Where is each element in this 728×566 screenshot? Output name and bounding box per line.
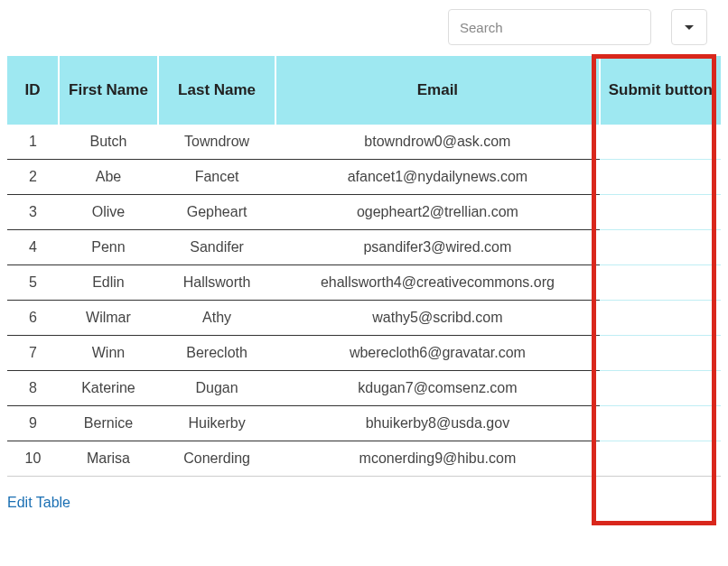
cell-submit [600, 265, 721, 301]
cell-id: 2 [7, 160, 59, 195]
caret-down-icon [685, 25, 694, 30]
table-row: 8KaterineDugankdugan7@comsenz.com [7, 371, 721, 406]
cell-id: 4 [7, 230, 59, 265]
cell-first-name: Katerine [59, 371, 158, 406]
header-submit-button[interactable]: Submit button [600, 56, 721, 125]
cell-submit [600, 406, 721, 441]
header-email[interactable]: Email [275, 56, 599, 125]
dropdown-button[interactable] [671, 9, 707, 45]
cell-submit [600, 230, 721, 265]
table-row: 2AbeFancetafancet1@nydailynews.com [7, 160, 721, 195]
cell-id: 9 [7, 406, 59, 441]
cell-email: afancet1@nydailynews.com [275, 160, 599, 195]
cell-id: 10 [7, 441, 59, 477]
cell-last-name: Huikerby [158, 406, 275, 441]
cell-last-name: Towndrow [158, 125, 275, 160]
cell-email: btowndrow0@ask.com [275, 125, 599, 160]
cell-id: 6 [7, 301, 59, 336]
cell-last-name: Sandifer [158, 230, 275, 265]
cell-submit [600, 336, 721, 371]
header-id[interactable]: ID [7, 56, 59, 125]
table-row: 1ButchTowndrowbtowndrow0@ask.com [7, 125, 721, 160]
cell-last-name: Berecloth [158, 336, 275, 371]
cell-last-name: Conerding [158, 441, 275, 477]
cell-email: wberecloth6@gravatar.com [275, 336, 599, 371]
table-row: 9BerniceHuikerbybhuikerby8@usda.gov [7, 406, 721, 441]
cell-id: 1 [7, 125, 59, 160]
table-row: 6WilmarAthywathy5@scribd.com [7, 301, 721, 336]
cell-first-name: Bernice [59, 406, 158, 441]
search-input[interactable] [448, 9, 651, 45]
table-row: 10MarisaConerdingmconerding9@hibu.com [7, 441, 721, 477]
header-first-name[interactable]: First Name [59, 56, 158, 125]
cell-first-name: Abe [59, 160, 158, 195]
cell-first-name: Butch [59, 125, 158, 160]
top-controls [7, 9, 721, 45]
cell-id: 3 [7, 195, 59, 230]
edit-table-link[interactable]: Edit Table [7, 495, 70, 511]
table-row: 7WinnBereclothwberecloth6@gravatar.com [7, 336, 721, 371]
cell-first-name: Edlin [59, 265, 158, 301]
cell-email: bhuikerby8@usda.gov [275, 406, 599, 441]
cell-submit [600, 195, 721, 230]
cell-submit [600, 441, 721, 477]
cell-email: ogepheart2@trellian.com [275, 195, 599, 230]
header-last-name[interactable]: Last Name [158, 56, 275, 125]
cell-id: 8 [7, 371, 59, 406]
cell-first-name: Winn [59, 336, 158, 371]
cell-last-name: Hallsworth [158, 265, 275, 301]
cell-id: 7 [7, 336, 59, 371]
table-row: 5EdlinHallsworthehallsworth4@creativecom… [7, 265, 721, 301]
table-row: 3OliveGepheartogepheart2@trellian.com [7, 195, 721, 230]
cell-email: wathy5@scribd.com [275, 301, 599, 336]
cell-first-name: Penn [59, 230, 158, 265]
cell-submit [600, 125, 721, 160]
cell-email: mconerding9@hibu.com [275, 441, 599, 477]
cell-first-name: Marisa [59, 441, 158, 477]
cell-last-name: Athy [158, 301, 275, 336]
cell-email: kdugan7@comsenz.com [275, 371, 599, 406]
cell-last-name: Fancet [158, 160, 275, 195]
cell-submit [600, 160, 721, 195]
cell-last-name: Gepheart [158, 195, 275, 230]
cell-email: ehallsworth4@creativecommons.org [275, 265, 599, 301]
cell-last-name: Dugan [158, 371, 275, 406]
cell-submit [600, 371, 721, 406]
data-table: ID First Name Last Name Email Submit but… [7, 56, 721, 477]
cell-first-name: Olive [59, 195, 158, 230]
cell-first-name: Wilmar [59, 301, 158, 336]
table-row: 4PennSandiferpsandifer3@wired.com [7, 230, 721, 265]
cell-submit [600, 301, 721, 336]
cell-email: psandifer3@wired.com [275, 230, 599, 265]
cell-id: 5 [7, 265, 59, 301]
